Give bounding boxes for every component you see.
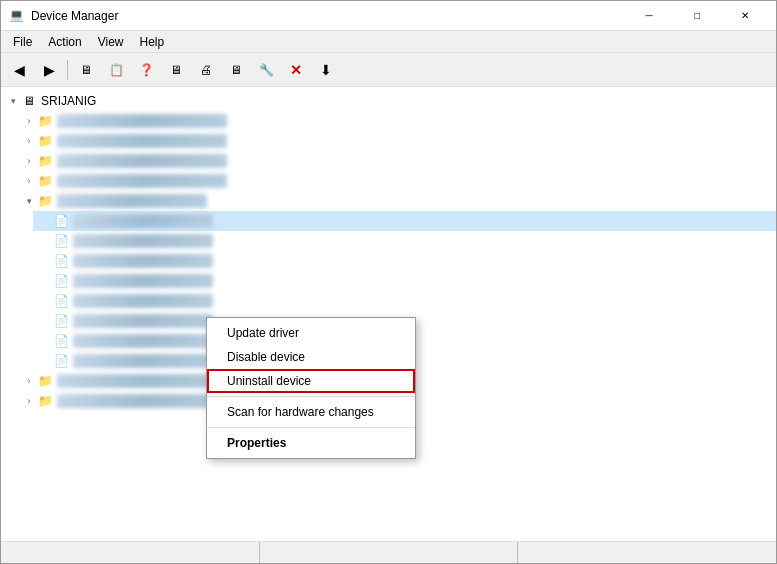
context-menu-uninstall-device[interactable]: Uninstall device (207, 369, 415, 393)
window-controls: ─ □ ✕ (626, 1, 768, 31)
device-manager-button[interactable]: 🖥 (162, 57, 190, 83)
device-manager-window: 💻 Device Manager ─ □ ✕ File Action View … (0, 0, 777, 564)
context-menu-disable-device[interactable]: Disable device (207, 345, 415, 369)
blurred-label-12 (73, 334, 213, 348)
menu-action[interactable]: Action (40, 33, 89, 51)
status-section-2 (260, 542, 519, 563)
device-icon-7: 📄 (53, 233, 69, 249)
category-icon-1: 📁 (37, 113, 53, 129)
category-icon-15: 📁 (37, 393, 53, 409)
blurred-label-10 (73, 294, 213, 308)
category-icon-3: 📁 (37, 153, 53, 169)
forward-button[interactable]: ▶ (35, 57, 63, 83)
toggle-15[interactable]: › (21, 393, 37, 409)
toolbar: ◀ ▶ 🖥 📋 ❓ 🖥 🖨 🖥 🔧 ✕ ⬇ (1, 53, 776, 87)
status-bar (1, 541, 776, 563)
toggle-1[interactable]: › (21, 113, 37, 129)
tree-item-2[interactable]: › 📁 (17, 131, 776, 151)
properties-button[interactable]: 🖥 (72, 57, 100, 83)
tree-item-5[interactable]: ▾ 📁 (17, 191, 776, 211)
blurred-label-8 (73, 254, 213, 268)
display-button[interactable]: 🖥 (222, 57, 250, 83)
blurred-label-9 (73, 274, 213, 288)
tree-item-3[interactable]: › 📁 (17, 151, 776, 171)
device-icon-11: 📄 (53, 313, 69, 329)
device-icon-6: 📄 (53, 213, 69, 229)
device-icon-8: 📄 (53, 253, 69, 269)
title-bar: 💻 Device Manager ─ □ ✕ (1, 1, 776, 31)
window-title: Device Manager (31, 9, 118, 23)
tree-item-7[interactable]: › 📄 (33, 231, 776, 251)
update-driver-button[interactable]: 📋 (102, 57, 130, 83)
blurred-label-7 (73, 234, 213, 248)
menu-file[interactable]: File (5, 33, 40, 51)
category-icon-5: 📁 (37, 193, 53, 209)
print-button[interactable]: 🖨 (192, 57, 220, 83)
device-icon-9: 📄 (53, 273, 69, 289)
menu-help[interactable]: Help (132, 33, 173, 51)
root-label: SRIJANIG (41, 94, 96, 108)
tree-item-8[interactable]: › 📄 (33, 251, 776, 271)
blurred-label-3 (57, 154, 227, 168)
category-icon-14: 📁 (37, 373, 53, 389)
scan-button[interactable]: ⬇ (312, 57, 340, 83)
root-toggle[interactable]: ▾ (5, 93, 21, 109)
blurred-label-2 (57, 134, 227, 148)
status-section-1 (1, 542, 260, 563)
context-menu-properties[interactable]: Properties (207, 431, 415, 455)
toggle-4[interactable]: › (21, 173, 37, 189)
blurred-label-1 (57, 114, 227, 128)
minimize-button[interactable]: ─ (626, 1, 672, 31)
blurred-label-11 (73, 314, 213, 328)
blurred-label-6 (73, 214, 213, 228)
context-menu-scan[interactable]: Scan for hardware changes (207, 400, 415, 424)
help-button[interactable]: ❓ (132, 57, 160, 83)
blurred-label-4 (57, 174, 227, 188)
tree-item-6[interactable]: › 📄 (33, 211, 776, 231)
tree-item-1[interactable]: › 📁 (17, 111, 776, 131)
tree-root[interactable]: ▾ 🖥 SRIJANIG (1, 91, 776, 111)
status-section-3 (518, 542, 776, 563)
uninstall-button[interactable]: ✕ (282, 57, 310, 83)
category-icon-4: 📁 (37, 173, 53, 189)
computer-icon: 🖥 (21, 93, 37, 109)
main-content: ▾ 🖥 SRIJANIG › 📁 › 📁 › 📁 › (1, 87, 776, 541)
tree-item-9[interactable]: › 📄 (33, 271, 776, 291)
device-icon-12: 📄 (53, 333, 69, 349)
tree-item-10[interactable]: › 📄 (33, 291, 776, 311)
back-button[interactable]: ◀ (5, 57, 33, 83)
toggle-5[interactable]: ▾ (21, 193, 37, 209)
context-menu-separator-1 (207, 396, 415, 397)
category-icon-2: 📁 (37, 133, 53, 149)
device-tree[interactable]: ▾ 🖥 SRIJANIG › 📁 › 📁 › 📁 › (1, 87, 776, 541)
toggle-14[interactable]: › (21, 373, 37, 389)
blurred-label-14 (57, 374, 227, 388)
tree-item-4[interactable]: › 📁 (17, 171, 776, 191)
context-menu: Update driver Disable device Uninstall d… (206, 317, 416, 459)
toggle-2[interactable]: › (21, 133, 37, 149)
blurred-label-15 (57, 394, 227, 408)
app-icon: 💻 (9, 8, 25, 24)
blurred-label-13 (73, 354, 213, 368)
menu-bar: File Action View Help (1, 31, 776, 53)
close-button[interactable]: ✕ (722, 1, 768, 31)
device-icon-13: 📄 (53, 353, 69, 369)
toolbar-separator-1 (67, 60, 68, 80)
add-hardware-button[interactable]: 🔧 (252, 57, 280, 83)
device-icon-10: 📄 (53, 293, 69, 309)
blurred-label-5 (57, 194, 207, 208)
toggle-3[interactable]: › (21, 153, 37, 169)
context-menu-update-driver[interactable]: Update driver (207, 321, 415, 345)
title-bar-left: 💻 Device Manager (9, 8, 118, 24)
context-menu-separator-2 (207, 427, 415, 428)
maximize-button[interactable]: □ (674, 1, 720, 31)
menu-view[interactable]: View (90, 33, 132, 51)
